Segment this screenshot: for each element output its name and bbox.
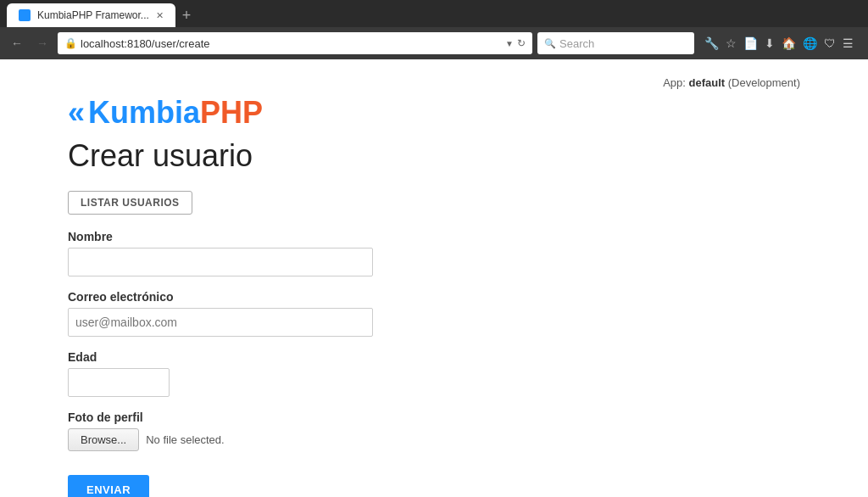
nombre-group: Nombre [68, 230, 800, 276]
nombre-label: Nombre [68, 230, 800, 243]
logo-php: PHP [200, 95, 263, 130]
file-row: Browse... No file selected. [68, 428, 800, 451]
list-users-button[interactable]: LISTAR USUARIOS [68, 191, 192, 215]
submit-button[interactable]: ENVIAR [68, 475, 149, 497]
browse-button[interactable]: Browse... [68, 428, 139, 451]
app-name: default [688, 76, 725, 89]
no-file-text: No file selected. [146, 433, 225, 446]
address-bar[interactable]: 🔒 localhost:8180/user/create ▼ ↻ [58, 32, 532, 54]
forward-button[interactable]: → [32, 35, 53, 52]
back-button[interactable]: ← [7, 35, 27, 52]
browser-addressbar: ← → 🔒 localhost:8180/user/create ▼ ↻ 🔍 S… [0, 27, 868, 59]
app-env: (Development) [728, 76, 800, 89]
logo-chevrons: « [68, 98, 85, 128]
address-dropdown-icon[interactable]: ▼ [505, 39, 514, 48]
tab-title: KumbiaPHP Framewor... [37, 9, 149, 21]
new-tab-button[interactable]: + [175, 3, 198, 27]
wrench-icon[interactable]: 🔧 [704, 36, 719, 50]
home-icon[interactable]: 🏠 [782, 36, 796, 50]
app-info: App: default (Development) [68, 76, 800, 89]
page-title: Crear usuario [68, 138, 800, 174]
globe-icon[interactable]: 🌐 [803, 36, 817, 50]
toolbar-icons: 🔧 ☆ 📄 ⬇ 🏠 🌐 🛡 ☰ [704, 36, 854, 50]
tab-favicon [19, 9, 31, 21]
reload-icon[interactable]: ↻ [517, 37, 526, 49]
tab-bar: KumbiaPHP Framewor... ✕ + [7, 0, 198, 27]
foto-group: Foto de perfil Browse... No file selecte… [68, 410, 800, 451]
logo-kumbia: Kumbia [88, 95, 200, 130]
url-text: localhost:8180/user/create [81, 37, 502, 50]
bookmark-icon[interactable]: 📄 [743, 36, 758, 50]
email-input[interactable] [68, 308, 373, 337]
foto-label: Foto de perfil [68, 410, 800, 424]
logo-text: KumbiaPHP [88, 98, 263, 128]
edad-input[interactable] [68, 368, 170, 397]
active-tab[interactable]: KumbiaPHP Framewor... ✕ [7, 3, 175, 27]
nombre-input[interactable] [68, 248, 373, 276]
email-group: Correo electrónico [68, 290, 800, 337]
menu-icon[interactable]: ☰ [843, 36, 854, 50]
search-bar[interactable]: 🔍 Search [537, 32, 694, 54]
app-info-label: App: [663, 76, 688, 89]
page-content: App: default (Development) « KumbiaPHP C… [0, 59, 868, 497]
edad-group: Edad [68, 350, 800, 397]
email-label: Correo electrónico [68, 290, 800, 304]
lock-icon: 🔒 [64, 37, 77, 49]
browser-titlebar: KumbiaPHP Framewor... ✕ + [0, 0, 868, 27]
edad-label: Edad [68, 350, 800, 364]
search-placeholder: Search [559, 37, 594, 50]
search-icon: 🔍 [544, 38, 556, 49]
shield-icon[interactable]: 🛡 [824, 36, 836, 50]
download-icon[interactable]: ⬇ [765, 36, 775, 50]
star-icon[interactable]: ☆ [726, 36, 737, 50]
tab-close-button[interactable]: ✕ [156, 10, 164, 21]
logo-area: « KumbiaPHP [68, 98, 800, 128]
